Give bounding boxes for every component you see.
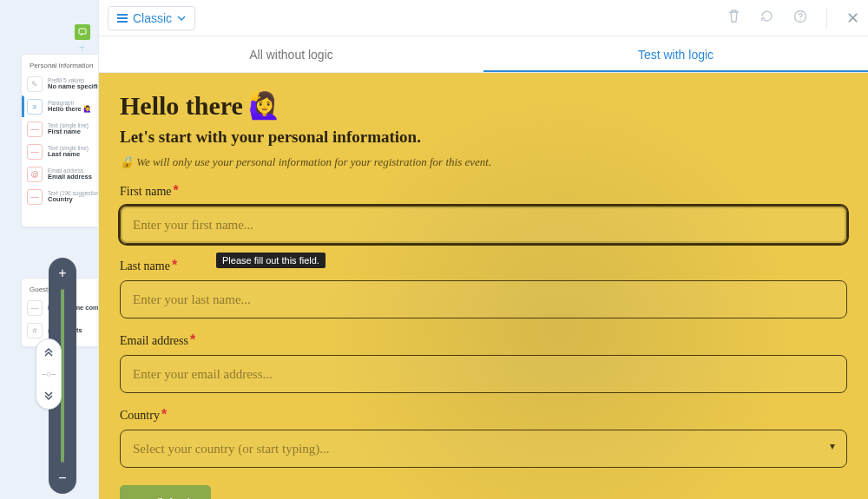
view-mode-label: Classic bbox=[133, 11, 172, 25]
help-icon[interactable] bbox=[793, 10, 807, 27]
text-icon: — bbox=[27, 121, 43, 137]
form-outline-sidebar: + Personal information ✎ Prefill 5 value… bbox=[0, 0, 98, 499]
close-icon[interactable]: ✕ bbox=[846, 9, 859, 28]
form-heading: Hello there 🙋‍♀️ bbox=[120, 90, 847, 121]
trash-icon[interactable] bbox=[727, 9, 740, 27]
main-pane: Classic ✕ All without logic Test with lo… bbox=[98, 0, 868, 499]
first-name-input[interactable] bbox=[120, 206, 847, 244]
first-name-label: First name bbox=[120, 185, 172, 198]
zoom-out-button[interactable]: − bbox=[58, 471, 66, 485]
text-icon: — bbox=[27, 144, 43, 160]
privacy-note: 🔒 We will only use your personal informa… bbox=[120, 155, 847, 169]
form-preview-area: Hello there 🙋‍♀️ Let's start with your p… bbox=[99, 73, 868, 499]
handle-indicator-icon: –○– bbox=[42, 370, 55, 378]
email-icon: @ bbox=[27, 167, 43, 182]
required-asterisk: * bbox=[190, 332, 195, 347]
paragraph-icon: ≡ bbox=[27, 99, 43, 115]
validation-tooltip: Please fill out this field. bbox=[216, 253, 326, 268]
chevron-down-icon bbox=[177, 14, 186, 23]
email-input[interactable] bbox=[120, 355, 847, 393]
last-name-label: Last name bbox=[120, 259, 170, 272]
welcome-block-icon[interactable] bbox=[75, 24, 90, 40]
preview-toolbar: Classic ✕ bbox=[99, 0, 868, 36]
svg-point-2 bbox=[799, 19, 800, 20]
field-email: Email address* bbox=[120, 332, 847, 393]
text-icon: — bbox=[27, 300, 43, 316]
form-subheading: Let's start with your personal informati… bbox=[120, 128, 847, 147]
number-icon: # bbox=[27, 323, 43, 338]
country-input[interactable] bbox=[120, 430, 847, 468]
chevron-up-double-icon bbox=[43, 346, 54, 357]
wave-emoji-icon: 🙋‍♀️ bbox=[248, 90, 280, 121]
tab-all-without-logic[interactable]: All without logic bbox=[99, 36, 483, 72]
lock-icon: 🔒 bbox=[120, 155, 134, 168]
field-first-name: First name* bbox=[120, 183, 847, 244]
country-label: Country bbox=[120, 409, 160, 422]
last-name-input[interactable] bbox=[120, 280, 847, 318]
tab-test-with-logic[interactable]: Test with logic bbox=[483, 36, 868, 72]
refresh-icon[interactable] bbox=[760, 9, 774, 27]
required-asterisk: * bbox=[174, 183, 179, 198]
chevron-down-double-icon bbox=[43, 391, 54, 402]
email-label: Email address bbox=[120, 334, 188, 347]
preview-tabs: All without logic Test with logic bbox=[99, 36, 868, 73]
field-country: Country* ▾ bbox=[120, 407, 847, 468]
required-asterisk: * bbox=[172, 258, 177, 272]
text-icon: — bbox=[27, 189, 43, 205]
svg-rect-0 bbox=[79, 29, 86, 34]
required-asterisk: * bbox=[161, 407, 167, 422]
svg-point-1 bbox=[795, 10, 806, 22]
toolbar-divider bbox=[826, 8, 827, 29]
prefill-icon: ✎ bbox=[27, 76, 43, 92]
hamburger-icon bbox=[117, 14, 128, 23]
submit-button[interactable]: Submit bbox=[120, 485, 211, 499]
zoom-in-button[interactable]: + bbox=[58, 266, 66, 280]
add-section-top-icon[interactable]: + bbox=[79, 42, 85, 54]
view-mode-dropdown[interactable]: Classic bbox=[108, 6, 195, 30]
zoom-handle[interactable]: –○– bbox=[36, 338, 62, 410]
